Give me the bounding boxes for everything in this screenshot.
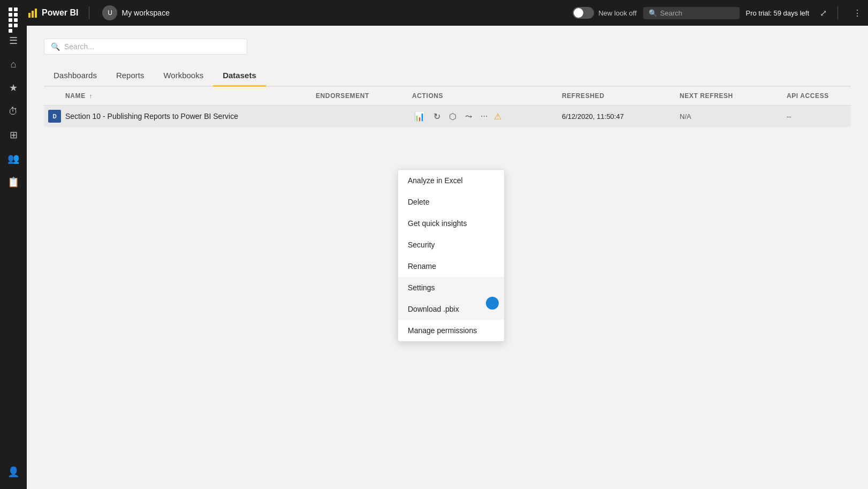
col-header-api: API ACCESS [787, 92, 851, 100]
pro-trial-label: Pro trial: 59 days left [746, 9, 810, 17]
col-refreshed: 6/12/2020, 11:50:47 [562, 112, 680, 121]
nav-separator [89, 6, 89, 19]
sidebar-item-favorites[interactable]: ★ [3, 77, 24, 99]
dropdown-item-manage-permissions[interactable]: Manage permissions [398, 320, 504, 341]
apps-grid-icon[interactable] [6, 5, 21, 20]
new-look-label: New look off [598, 9, 636, 17]
sidebar-item-recent[interactable]: ⏱ [3, 101, 24, 122]
user-avatar: U [102, 5, 117, 20]
nav-separator-2 [837, 6, 838, 19]
dataset-icon: D [48, 110, 61, 123]
main-search-input[interactable] [64, 42, 240, 51]
dropdown-item-analyze[interactable]: Analyze in Excel [398, 170, 504, 191]
svg-rect-1 [32, 11, 34, 18]
dropdown-item-rename[interactable]: Rename [398, 255, 504, 277]
col-api-access: -- [787, 112, 851, 121]
context-dropdown-menu: Analyze in Excel Delete Get quick insigh… [398, 169, 505, 342]
col-next-refresh: N/A [680, 112, 787, 121]
dataset-name[interactable]: Section 10 - Publishing Reports to Power… [65, 112, 316, 121]
refresh-action-btn[interactable]: ↻ [431, 110, 443, 123]
new-look-toggle[interactable] [573, 7, 594, 19]
search-icon: 🔍 [649, 9, 657, 17]
more-action-btn[interactable]: ··· [478, 110, 490, 122]
tab-dashboards[interactable]: Dashboards [44, 65, 106, 87]
col-header-name[interactable]: NAME ↑ [65, 92, 316, 100]
sidebar-item-hamburger[interactable]: ☰ [3, 30, 24, 51]
svg-rect-0 [28, 13, 31, 18]
workspace-name: My workspace [121, 9, 169, 17]
search-input[interactable] [660, 9, 734, 17]
sidebar-item-shared[interactable]: 👥 [3, 148, 24, 169]
col-actions: 📊 ↻ ⬡ ⤳ ··· ⚠ [412, 110, 562, 123]
content-tabs: Dashboards Reports Workbooks Datasets [44, 65, 851, 87]
sidebar-bottom: 👤 [3, 461, 24, 489]
workspace-selector[interactable]: U My workspace [102, 5, 169, 20]
chart-action-btn[interactable]: 📊 [412, 110, 427, 123]
main-layout: ☰ ⌂ ★ ⏱ ⊞ 👥 📋 👤 🔍 Dashboards Reports Wor… [0, 26, 868, 489]
sidebar-item-workspace[interactable]: 📋 [3, 171, 24, 193]
export-action-btn[interactable]: ⬡ [447, 110, 459, 123]
new-look-toggle-area: New look off [573, 7, 636, 19]
datasets-table: NAME ↑ ENDORSEMENT ACTIONS REFRESHED NEX… [44, 87, 851, 127]
global-search-box[interactable]: 🔍 [643, 7, 740, 19]
col-header-actions: ACTIONS [412, 92, 562, 100]
table-row: D Section 10 - Publishing Reports to Pow… [44, 106, 851, 127]
col-header-refreshed: REFRESHED [562, 92, 680, 100]
col-header-next-refresh: NEXT REFRESH [680, 92, 787, 100]
warning-icon: ⚠ [494, 111, 501, 122]
dropdown-item-download-pbix[interactable]: Download .pbix [398, 298, 504, 320]
tab-datasets[interactable]: Datasets [213, 65, 266, 87]
sidebar-item-account[interactable]: 👤 [3, 461, 24, 483]
main-content: 🔍 Dashboards Reports Workbooks Datasets [27, 26, 868, 489]
dropdown-item-delete[interactable]: Delete [398, 191, 504, 213]
dropdown-item-quick-insights[interactable]: Get quick insights [398, 213, 504, 234]
expand-icon[interactable]: ⤢ [820, 8, 827, 18]
main-search-box[interactable]: 🔍 [44, 39, 247, 55]
tab-workbooks[interactable]: Workbooks [154, 65, 213, 87]
sidebar-item-apps[interactable]: ⊞ [3, 124, 24, 146]
table-header: NAME ↑ ENDORSEMENT ACTIONS REFRESHED NEX… [44, 87, 851, 106]
more-icon[interactable]: ⋮ [853, 8, 862, 18]
sort-arrow: ↑ [89, 93, 93, 99]
dropdown-item-settings[interactable]: Settings [398, 277, 504, 298]
col-header-endorsement: ENDORSEMENT [316, 92, 412, 100]
share-action-btn[interactable]: ⤳ [463, 110, 474, 123]
sidebar-item-home[interactable]: ⌂ [3, 54, 24, 75]
svg-rect-2 [35, 9, 37, 18]
dropdown-item-security[interactable]: Security [398, 234, 504, 255]
main-search-icon: 🔍 [51, 42, 60, 51]
powerbi-logo: Power BI [28, 7, 78, 18]
top-navbar: Power BI U My workspace New look off 🔍 P… [0, 0, 868, 26]
row-icon-col: D [44, 110, 65, 123]
tab-reports[interactable]: Reports [106, 65, 154, 87]
sidebar: ☰ ⌂ ★ ⏱ ⊞ 👥 📋 👤 [0, 26, 27, 489]
